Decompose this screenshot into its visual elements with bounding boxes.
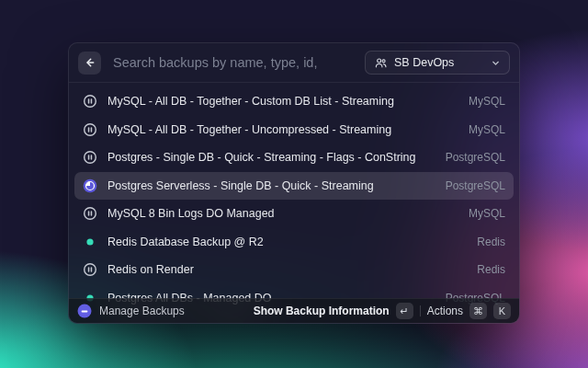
list-item-db-type: PostgreSQL bbox=[446, 151, 505, 164]
footer-bar: Manage Backups Show Backup Information ↵… bbox=[69, 298, 519, 323]
back-arrow-icon bbox=[84, 56, 96, 69]
list-item-title: Postgres Serverless - Single DB - Quick … bbox=[107, 179, 374, 192]
list-item-title: Postgres - Single DB - Quick - Streaming… bbox=[107, 151, 416, 164]
team-icon bbox=[374, 56, 388, 70]
launcher-window: SB DevOps MySQL - All DB - Together - Cu… bbox=[68, 42, 520, 324]
pause-circle-icon bbox=[83, 206, 97, 221]
list-item-title: MySQL 8 Bin Logs DO Managed bbox=[107, 207, 275, 220]
list-item[interactable]: MySQL - All DB - Together - Uncompressed… bbox=[74, 116, 514, 144]
chevron-down-icon bbox=[491, 58, 501, 68]
footer-actions: Show Backup Information ↵ Actions ⌘ K bbox=[254, 303, 511, 319]
manage-backups-app-icon bbox=[77, 304, 92, 318]
back-button[interactable] bbox=[78, 52, 101, 75]
list-item[interactable]: MySQL 8 Bin Logs DO Managed MySQL bbox=[74, 200, 514, 228]
list-item[interactable]: Redis on Render Redis bbox=[74, 256, 514, 284]
footer-separator bbox=[420, 305, 421, 316]
pause-circle-icon bbox=[83, 150, 97, 165]
search-input[interactable] bbox=[111, 54, 355, 71]
pause-circle-icon bbox=[83, 94, 97, 109]
pause-circle-icon bbox=[83, 122, 97, 137]
list-item[interactable]: Redis Database Backup @ R2 Redis bbox=[74, 228, 514, 257]
command-keycap[interactable]: ⌘ bbox=[469, 303, 487, 319]
dot-teal-icon bbox=[83, 235, 97, 249]
pause-circle-icon bbox=[83, 262, 97, 277]
list-item-title: Redis on Render bbox=[107, 263, 194, 276]
list-item-title: Redis Database Backup @ R2 bbox=[107, 236, 264, 248]
footer-app-label: Manage Backups bbox=[99, 305, 185, 317]
clock-indigo-icon bbox=[83, 178, 97, 193]
list-item-db-type: MySQL bbox=[469, 95, 505, 108]
actions-label[interactable]: Actions bbox=[427, 305, 463, 317]
list-item-db-type: PostgreSQL bbox=[446, 179, 505, 192]
workspace-dropdown[interactable]: SB DevOps bbox=[365, 51, 510, 75]
search-bar: SB DevOps bbox=[69, 43, 519, 83]
backup-list: MySQL - All DB - Together - Custom DB Li… bbox=[69, 83, 519, 323]
list-item[interactable]: MySQL - All DB - Together - Custom DB Li… bbox=[74, 87, 514, 116]
return-keycap[interactable]: ↵ bbox=[396, 303, 413, 319]
k-keycap[interactable]: K bbox=[493, 303, 511, 319]
list-item-db-type: Redis bbox=[477, 236, 505, 248]
list-item-title: MySQL - All DB - Together - Uncompressed… bbox=[107, 123, 391, 136]
footer-app[interactable]: Manage Backups bbox=[77, 304, 185, 318]
list-item-db-type: Redis bbox=[477, 263, 505, 276]
list-item[interactable]: Postgres - Single DB - Quick - Streaming… bbox=[74, 144, 514, 172]
list-item-title: MySQL - All DB - Together - Custom DB Li… bbox=[107, 95, 394, 108]
list-item[interactable]: Postgres Serverless - Single DB - Quick … bbox=[74, 172, 514, 201]
list-item-db-type: MySQL bbox=[469, 123, 505, 136]
primary-action-label[interactable]: Show Backup Information bbox=[254, 305, 390, 317]
workspace-dropdown-label: SB DevOps bbox=[394, 56, 484, 69]
list-item-db-type: MySQL bbox=[469, 207, 505, 220]
